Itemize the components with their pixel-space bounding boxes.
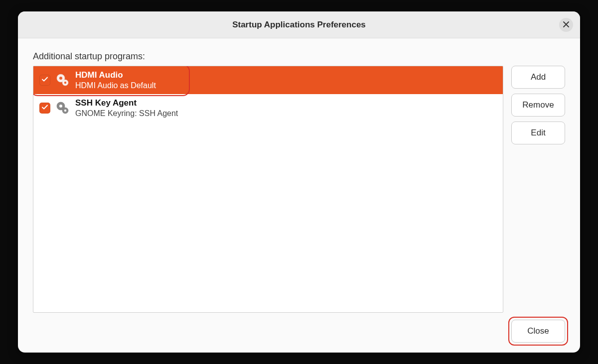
enable-checkbox[interactable] — [39, 75, 50, 86]
section-label: Additional startup programs: — [33, 51, 565, 62]
list-item-subtitle: GNOME Keyring: SSH Agent — [75, 109, 178, 119]
dialog-body: Additional startup programs: — [18, 38, 580, 353]
close-icon — [563, 21, 569, 29]
titlebar: Startup Applications Preferences — [18, 11, 580, 38]
svg-point-3 — [64, 82, 66, 84]
gear-icon — [55, 73, 70, 88]
svg-point-5 — [59, 105, 62, 108]
list-item-title: HDMI Audio — [75, 70, 156, 80]
list-item-text: SSH Key Agent GNOME Keyring: SSH Agent — [75, 98, 178, 118]
close-button-wrap: Close — [511, 320, 565, 343]
window: Startup Applications Preferences Additio… — [18, 11, 580, 353]
list-item[interactable]: HDMI Audio HDMI Audio as Default — [33, 66, 503, 94]
remove-button[interactable]: Remove — [511, 94, 565, 117]
close-window-button[interactable] — [559, 18, 573, 32]
footer: Close — [33, 313, 565, 343]
enable-checkbox[interactable] — [39, 103, 50, 114]
svg-point-1 — [59, 77, 62, 80]
add-button[interactable]: Add — [511, 66, 565, 89]
list-item-subtitle: HDMI Audio as Default — [75, 81, 156, 91]
check-icon — [41, 76, 48, 85]
list-item-title: SSH Key Agent — [75, 98, 178, 108]
gear-icon — [55, 101, 70, 116]
close-button[interactable]: Close — [511, 320, 565, 343]
svg-point-7 — [64, 110, 66, 112]
check-icon — [41, 104, 48, 113]
main-row: HDMI Audio HDMI Audio as Default — [33, 66, 565, 313]
window-title: Startup Applications Preferences — [232, 20, 366, 30]
list-item[interactable]: SSH Key Agent GNOME Keyring: SSH Agent — [33, 94, 503, 122]
list-item-text: HDMI Audio HDMI Audio as Default — [75, 70, 156, 90]
button-column: Add Remove Edit — [511, 66, 565, 313]
startup-programs-list[interactable]: HDMI Audio HDMI Audio as Default — [33, 66, 503, 313]
edit-button[interactable]: Edit — [511, 121, 565, 144]
